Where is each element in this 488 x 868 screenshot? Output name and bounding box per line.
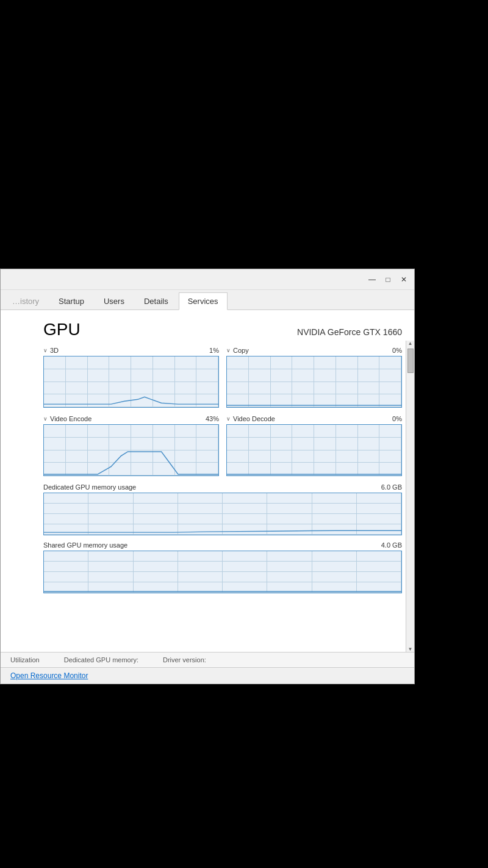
chart-copy: ∨ Copy 0% — [226, 347, 402, 408]
chart-shared-box — [43, 551, 402, 593]
tab-startup[interactable]: Startup — [49, 292, 93, 309]
status-utilization: Utilization — [10, 656, 40, 664]
maximize-button[interactable]: □ — [382, 274, 393, 285]
tab-history[interactable]: …istory — [3, 292, 48, 309]
chevron-copy-icon: ∨ — [226, 347, 231, 353]
scrollbar-thumb[interactable] — [407, 349, 414, 373]
chart-3d-value: 1% — [209, 347, 219, 354]
gpu-content: GPU NVIDIA GeForce GTX 1660 ∨ 3D 1% — [1, 310, 414, 652]
chart-3d-label: ∨ 3D 1% — [43, 347, 219, 354]
close-button[interactable]: ✕ — [398, 274, 409, 285]
chart-3d-svg — [44, 356, 218, 407]
chart-decode-value: 0% — [392, 415, 402, 422]
chart-dedicated-svg — [44, 493, 401, 535]
title-bar: — □ ✕ — [1, 269, 414, 290]
gpu-title: GPU — [43, 320, 81, 339]
charts-row-2: ∨ Video Encode 43% — [43, 415, 402, 476]
chart-dedicated-value: 6.0 GB — [381, 483, 402, 491]
tab-services[interactable]: Services — [179, 292, 228, 310]
chart-decode-svg — [227, 425, 401, 476]
chart-video-encode: ∨ Video Encode 43% — [43, 415, 219, 476]
chart-decode-name: Video Decode — [233, 415, 275, 422]
chevron-encode-icon: ∨ — [43, 416, 48, 422]
chart-dedicated-name: Dedicated GPU memory usage — [43, 483, 136, 491]
chart-copy-label: ∨ Copy 0% — [226, 347, 402, 354]
chart-encode-label: ∨ Video Encode 43% — [43, 415, 219, 422]
chevron-decode-icon: ∨ — [226, 416, 231, 422]
charts-row-1: ∨ 3D 1% — [43, 347, 402, 408]
window-controls: — □ ✕ — [367, 274, 409, 285]
tab-bar: …istory Startup Users Details Services — [1, 290, 414, 310]
chart-encode-box — [43, 424, 219, 476]
chart-decode-label: ∨ Video Decode 0% — [226, 415, 402, 422]
chart-3d: ∨ 3D 1% — [43, 347, 219, 408]
chart-video-decode: ∨ Video Decode 0% — [226, 415, 402, 476]
chart-shared-name: Shared GPU memory usage — [43, 541, 127, 549]
status-dedicated-memory: Dedicated GPU memory: — [64, 656, 138, 664]
chart-decode-box — [226, 424, 402, 476]
chevron-3d-icon: ∨ — [43, 347, 48, 353]
chart-dedicated-memory: Dedicated GPU memory usage 6.0 GB — [43, 483, 402, 535]
minimize-button[interactable]: — — [367, 274, 378, 285]
chart-3d-name: 3D — [50, 347, 59, 354]
gpu-header: GPU NVIDIA GeForce GTX 1660 — [43, 320, 402, 339]
chart-dedicated-label: Dedicated GPU memory usage 6.0 GB — [43, 483, 402, 491]
chart-encode-value: 43% — [206, 415, 219, 422]
chart-copy-name: Copy — [233, 347, 249, 354]
task-manager-window: — □ ✕ …istory Startup Users Details Serv… — [0, 269, 415, 684]
chart-3d-box — [43, 356, 219, 408]
scrollbar[interactable]: ▲ ▼ — [406, 341, 414, 652]
chart-shared-memory: Shared GPU memory usage 4.0 GB — [43, 541, 402, 593]
chart-dedicated-box — [43, 493, 402, 535]
chart-encode-name: Video Encode — [50, 415, 92, 422]
status-bar: Utilization Dedicated GPU memory: Driver… — [1, 652, 414, 667]
chart-copy-svg — [227, 356, 401, 407]
open-resource-monitor-link[interactable]: Open Resource Monitor — [1, 667, 414, 684]
chart-shared-label: Shared GPU memory usage 4.0 GB — [43, 541, 402, 549]
chart-encode-svg — [44, 425, 218, 476]
chart-shared-value: 4.0 GB — [381, 541, 402, 549]
status-driver-version: Driver version: — [163, 656, 206, 664]
gpu-model: NVIDIA GeForce GTX 1660 — [297, 327, 402, 337]
tab-users[interactable]: Users — [95, 292, 134, 309]
chart-shared-svg — [44, 551, 401, 593]
scroll-up-icon[interactable]: ▲ — [408, 341, 413, 346]
tab-details[interactable]: Details — [135, 292, 178, 309]
chart-copy-box — [226, 356, 402, 408]
chart-copy-value: 0% — [392, 347, 402, 354]
scroll-down-icon[interactable]: ▼ — [408, 646, 413, 652]
